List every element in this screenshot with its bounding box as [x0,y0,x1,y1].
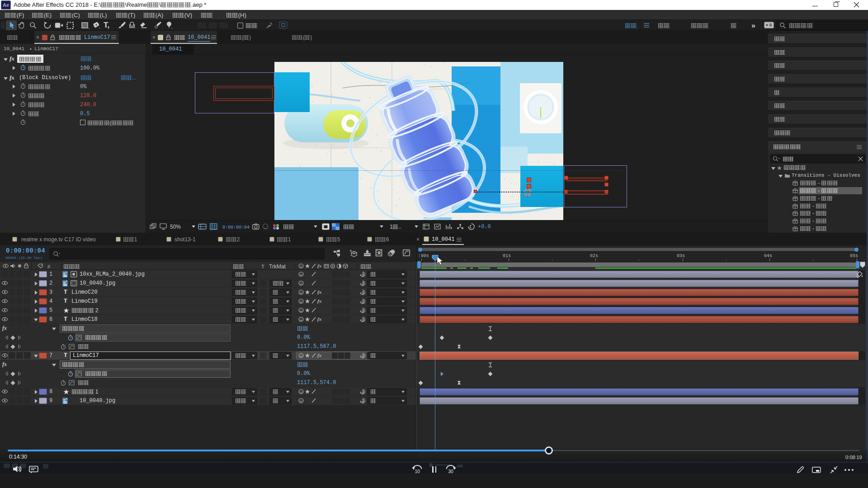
svg-text:30: 30 [448,469,454,474]
svg-text:10: 10 [415,469,420,474]
